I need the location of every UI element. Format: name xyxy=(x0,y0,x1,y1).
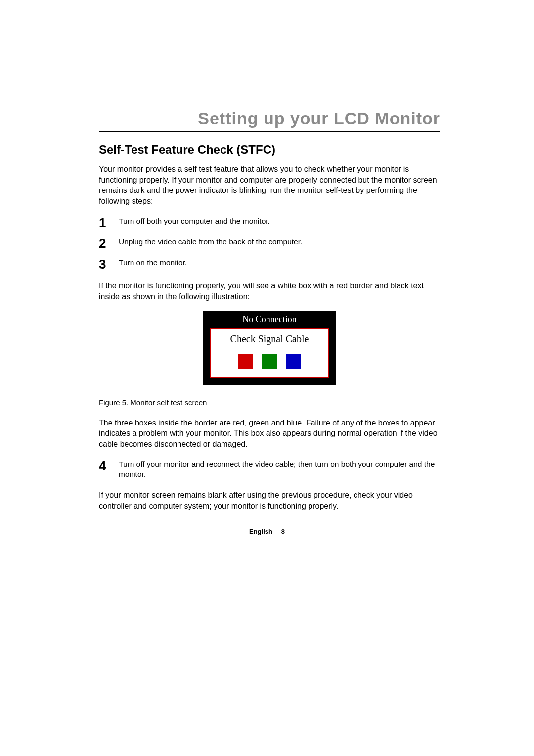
footer-language: English xyxy=(249,528,272,535)
after-figure-paragraph: The three boxes inside the border are re… xyxy=(99,418,440,450)
step-number: 1 xyxy=(99,215,119,229)
step-text: Unplug the video cable from the back of … xyxy=(119,236,302,247)
step-text: Turn off your monitor and reconnect the … xyxy=(119,458,440,480)
stfc-inner-box: Check Signal Cable xyxy=(210,328,329,378)
step-text: Turn on the monitor. xyxy=(119,257,187,268)
stfc-outer-box: No Connection Check Signal Cable xyxy=(203,311,336,385)
step-item: 3 Turn on the monitor. xyxy=(99,257,440,271)
stfc-swatch-row xyxy=(211,354,328,369)
figure-stfc: No Connection Check Signal Cable xyxy=(99,311,440,385)
stfc-header-text: No Connection xyxy=(210,311,329,328)
section-title: Self-Test Feature Check (STFC) xyxy=(99,143,440,157)
swatch-green-icon xyxy=(262,354,277,369)
intro-paragraph: Your monitor provides a self test featur… xyxy=(99,164,440,206)
step-text: Turn off both your computer and the moni… xyxy=(119,215,270,227)
step-item: 4 Turn off your monitor and reconnect th… xyxy=(99,458,440,480)
document-page: Setting up your LCD Monitor Self-Test Fe… xyxy=(0,0,534,511)
steps-list-b: 4 Turn off your monitor and reconnect th… xyxy=(99,458,440,480)
step-item: 2 Unplug the video cable from the back o… xyxy=(99,236,440,250)
footer-page-number: 8 xyxy=(281,528,285,535)
step-number: 3 xyxy=(99,257,119,271)
steps-list-a: 1 Turn off both your computer and the mo… xyxy=(99,215,440,271)
step-number: 4 xyxy=(99,458,119,472)
page-footer: English 8 xyxy=(0,528,534,535)
stfc-message-text: Check Signal Cable xyxy=(211,333,328,345)
figure-caption: Figure 5. Monitor self test screen xyxy=(99,398,440,407)
title-rule xyxy=(99,131,440,132)
closing-paragraph: If your monitor screen remains blank aft… xyxy=(99,490,440,511)
after-steps-paragraph: If the monitor is functioning properly, … xyxy=(99,281,440,302)
step-item: 1 Turn off both your computer and the mo… xyxy=(99,215,440,229)
swatch-blue-icon xyxy=(286,354,301,369)
step-number: 2 xyxy=(99,236,119,250)
chapter-title: Setting up your LCD Monitor xyxy=(99,109,440,128)
swatch-red-icon xyxy=(238,354,253,369)
